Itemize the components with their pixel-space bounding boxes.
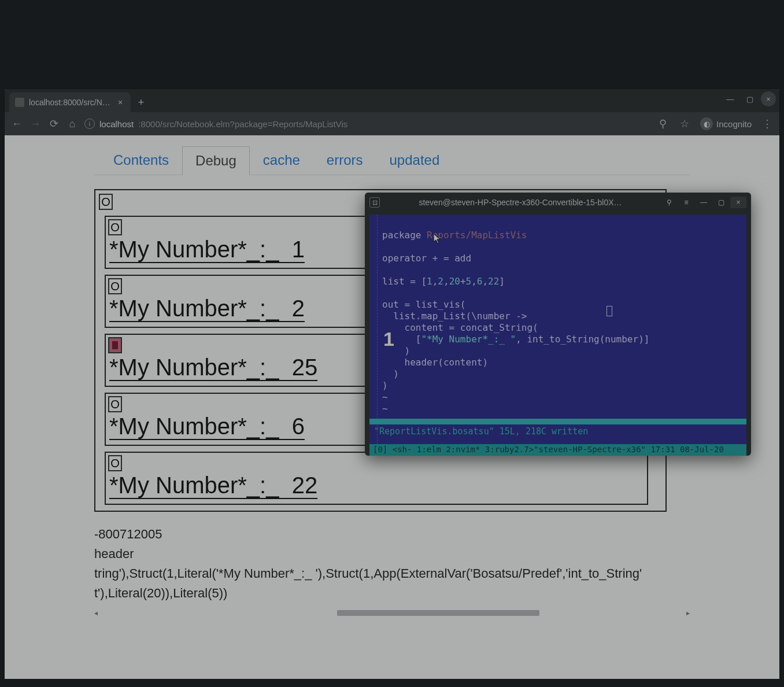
browser-tab[interactable]: localhost:8000/src/Note… × [9,93,131,112]
terminal-window: ⊡ steven@steven-HP-Spectre-x360-Converti… [365,193,751,456]
tab-errors[interactable]: errors [313,146,376,175]
status-badge: O [108,455,122,471]
terminal-window-controls: ⚲ ≡ — ▢ × [661,197,746,208]
toolbar-right: ⚲ ☆ ◐ Incognito ⋮ [656,117,774,130]
incognito-icon: ◐ [700,117,713,130]
footer-line: tring'),Struct(1,Literal('*My Number*_:_… [94,564,690,583]
status-badge: O [108,219,122,235]
site-info-icon[interactable]: i [84,119,95,129]
tab-debug[interactable]: Debug [182,146,250,175]
maximize-button[interactable]: ▢ [741,91,759,106]
terminal-titlebar[interactable]: ⊡ steven@steven-HP-Spectre-x360-Converti… [365,193,751,212]
notebook-tabs: Contents Debug cache errors updated [94,146,690,175]
zoom-icon[interactable]: ⚲ [656,117,669,130]
footer-line: header [94,544,690,564]
terminal-title: steven@steven-HP-Spectre-x360-Convertibl… [386,198,655,207]
close-button[interactable]: × [730,197,746,208]
tab-favicon-icon [15,98,24,107]
footer-line: -800712005 [94,525,690,544]
forward-button[interactable]: → [29,117,42,130]
incognito-label: Incognito [716,119,752,129]
minimize-button[interactable]: — [696,197,712,208]
address-bar[interactable]: i localhost:8000/src/Notebook.elm?packag… [84,119,650,129]
status-badge: O [108,278,122,294]
minimize-button[interactable]: — [722,91,739,106]
browser-toolbar: ← → ⟳ ⌂ i localhost:8000/src/Notebook.el… [5,112,779,135]
search-icon[interactable]: ⚲ [661,197,677,208]
status-badge: O [108,396,122,412]
browser-tabstrip: localhost:8000/src/Note… × + — ▢ × [5,89,779,112]
vim-message: "ReportListVis.bosatsu" 15L, 218C writte… [374,426,746,437]
reload-button[interactable]: ⟳ [47,117,60,130]
tab-cache[interactable]: cache [250,146,313,175]
terminal-app-icon: ⊡ [369,197,380,208]
incognito-indicator[interactable]: ◐ Incognito [700,117,752,130]
horizontal-scrollbar[interactable] [94,609,690,617]
url-path: :8000/src/Notebook.elm?package=Reports/M… [138,119,347,129]
close-window-button[interactable]: × [761,91,776,106]
debug-footer: -800712005 header tring'),Struct(1,Liter… [94,525,690,603]
tab-updated[interactable]: updated [376,146,453,175]
tab-contents[interactable]: Contents [100,146,182,175]
maximize-button[interactable]: ▢ [713,197,729,208]
status-badge: O [99,194,113,210]
tmux-statusline: [0] <sh- 1:elm 2:nvim* 3:ruby2.7>"steven… [369,444,746,456]
window-controls: — ▢ × [722,91,776,106]
footer-line: t'),Literal(20)),Literal(5)) [94,583,690,603]
tab-title: localhost:8000/src/Note… [29,98,111,107]
bookmark-icon[interactable]: ☆ [678,117,691,130]
new-tab-button[interactable]: + [133,94,149,110]
mouse-cursor-icon [433,233,441,245]
home-button[interactable]: ⌂ [66,117,79,130]
close-icon[interactable]: × [116,98,125,107]
editor-lines: package package Reports/MapListVisReport… [382,218,742,426]
overlay-numeral: 1 [383,327,394,352]
scrollbar-thumb[interactable] [337,610,539,616]
url-host: localhost [99,119,134,129]
error-badge-icon [108,337,122,353]
back-button[interactable]: ← [10,117,23,130]
kebab-menu-icon[interactable]: ⋮ [761,117,774,130]
vim-statusline [369,419,746,424]
output-row: O *My Number*_:_ 22 [105,452,648,505]
row-text: *My Number*_:_ 22 [107,471,646,503]
editor-cursor-icon [607,306,612,316]
terminal-body[interactable]: package package Reports/MapListVisReport… [369,215,746,456]
hamburger-menu-icon[interactable]: ≡ [678,197,694,208]
